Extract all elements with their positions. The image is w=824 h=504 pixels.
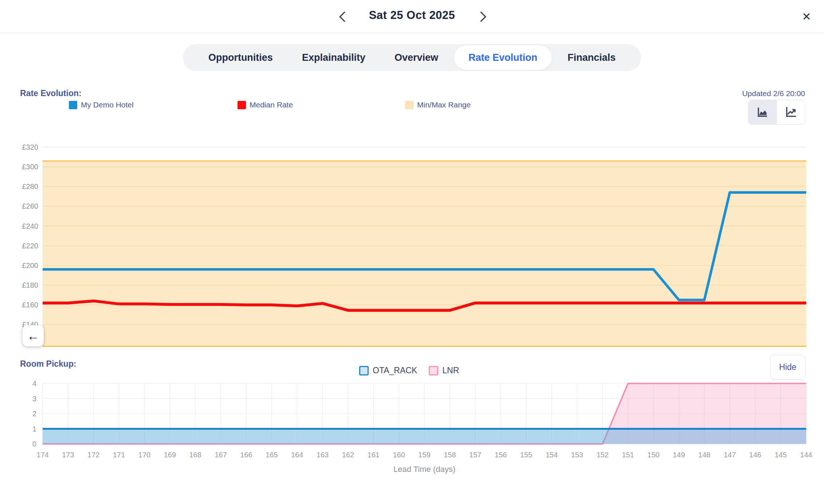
svg-text:164: 164 [291, 451, 303, 459]
svg-text:160: 160 [393, 451, 405, 459]
svg-text:0: 0 [32, 440, 36, 448]
svg-text:152: 152 [596, 451, 608, 459]
close-icon[interactable]: ✕ [799, 9, 815, 25]
tab-overview[interactable]: Overview [380, 44, 453, 71]
svg-text:154: 154 [546, 451, 558, 459]
svg-text:163: 163 [317, 451, 329, 459]
svg-text:150: 150 [647, 451, 659, 459]
svg-text:149: 149 [673, 451, 685, 459]
room-pickup-chart[interactable]: 0123417417317217117016916816716616516416… [0, 379, 824, 465]
svg-text:£200: £200 [22, 261, 39, 269]
rate-evolution-section-title: Rate Evolution: [20, 88, 82, 98]
legend-label: OTA_RACK [373, 366, 417, 375]
svg-text:166: 166 [240, 451, 252, 459]
svg-text:151: 151 [622, 451, 634, 459]
svg-text:£240: £240 [22, 222, 39, 230]
svg-text:£300: £300 [22, 163, 39, 171]
tab-bar: OpportunitiesExplainabilityOverviewRate … [183, 44, 641, 71]
svg-text:146: 146 [749, 451, 761, 459]
updated-timestamp: Updated 2/6 20:00 [742, 89, 805, 98]
area-chart-icon [756, 106, 769, 118]
svg-text:153: 153 [571, 451, 583, 459]
svg-text:165: 165 [266, 451, 278, 459]
chart-type-toggle [748, 100, 805, 125]
svg-text:158: 158 [444, 451, 456, 459]
legend-label: LNR [442, 366, 459, 375]
arrow-left-icon: ← [27, 329, 39, 343]
svg-text:169: 169 [164, 451, 176, 459]
svg-text:144: 144 [800, 451, 812, 459]
legend-swatch-min-max-range [405, 101, 413, 109]
svg-text:159: 159 [418, 451, 430, 459]
svg-text:168: 168 [189, 451, 201, 459]
legend-label: Median Rate [250, 101, 293, 109]
svg-text:148: 148 [698, 451, 710, 459]
svg-text:161: 161 [368, 451, 380, 459]
room-pickup-section-title: Room Pickup: [20, 359, 76, 369]
svg-text:171: 171 [113, 451, 125, 459]
legend-item-my-demo-hotel: My Demo Hotel [69, 101, 134, 109]
svg-text:167: 167 [215, 451, 227, 459]
legend-item-ota-rack: OTA_RACK [359, 366, 417, 375]
svg-text:155: 155 [520, 451, 532, 459]
legend-item-min-max-range: Min/Max Range [405, 101, 471, 109]
legend-item-lnr: LNR [429, 366, 459, 375]
svg-text:145: 145 [774, 451, 786, 459]
legend-swatch-ota-rack [359, 366, 369, 375]
svg-text:173: 173 [62, 451, 74, 459]
svg-text:3: 3 [32, 395, 36, 403]
chevron-right-icon [479, 11, 487, 22]
svg-text:£220: £220 [22, 242, 39, 250]
svg-text:162: 162 [342, 451, 354, 459]
svg-text:£160: £160 [22, 301, 39, 309]
svg-text:2: 2 [32, 410, 36, 418]
next-day-button[interactable] [476, 9, 490, 24]
line-chart-toggle-button[interactable] [777, 100, 805, 124]
svg-text:156: 156 [495, 451, 507, 459]
page-title: Sat 25 Oct 2025 [0, 9, 824, 22]
rate-chart-legend: My Demo HotelMedian RateMin/Max Range [43, 101, 553, 111]
back-button[interactable]: ← [23, 325, 44, 346]
legend-swatch-my-demo-hotel [69, 101, 77, 109]
tab-opportunities[interactable]: Opportunities [194, 44, 287, 71]
svg-text:£320: £320 [22, 143, 39, 151]
svg-text:£280: £280 [22, 182, 39, 190]
top-bar: Sat 25 Oct 2025 ✕ [0, 0, 824, 33]
area-chart-toggle-button[interactable] [749, 100, 777, 124]
svg-text:£180: £180 [22, 281, 39, 289]
svg-text:4: 4 [32, 379, 36, 387]
svg-text:172: 172 [87, 451, 99, 459]
line-chart-icon [785, 106, 797, 118]
legend-label: My Demo Hotel [81, 101, 134, 109]
legend-swatch-lnr [429, 366, 438, 375]
svg-text:174: 174 [36, 451, 48, 459]
svg-text:£260: £260 [22, 202, 39, 210]
legend-label: Min/Max Range [417, 101, 471, 109]
rate-evolution-chart[interactable]: £320£300£280£260£240£220£200£180£160£140 [0, 140, 824, 359]
pickup-chart-legend: OTA_RACKLNR [359, 366, 459, 375]
hide-pickup-button[interactable]: Hide [770, 355, 805, 379]
svg-text:157: 157 [469, 451, 481, 459]
svg-text:1: 1 [32, 425, 36, 433]
svg-text:170: 170 [138, 451, 150, 459]
legend-swatch-median-rate [238, 101, 246, 109]
svg-text:147: 147 [724, 451, 736, 459]
x-axis-title: Lead Time (days) [43, 465, 806, 474]
tab-rate-evolution[interactable]: Rate Evolution [454, 45, 552, 70]
tab-financials[interactable]: Financials [553, 44, 630, 71]
tab-explainability[interactable]: Explainability [287, 44, 380, 71]
legend-item-median-rate: Median Rate [238, 101, 293, 109]
